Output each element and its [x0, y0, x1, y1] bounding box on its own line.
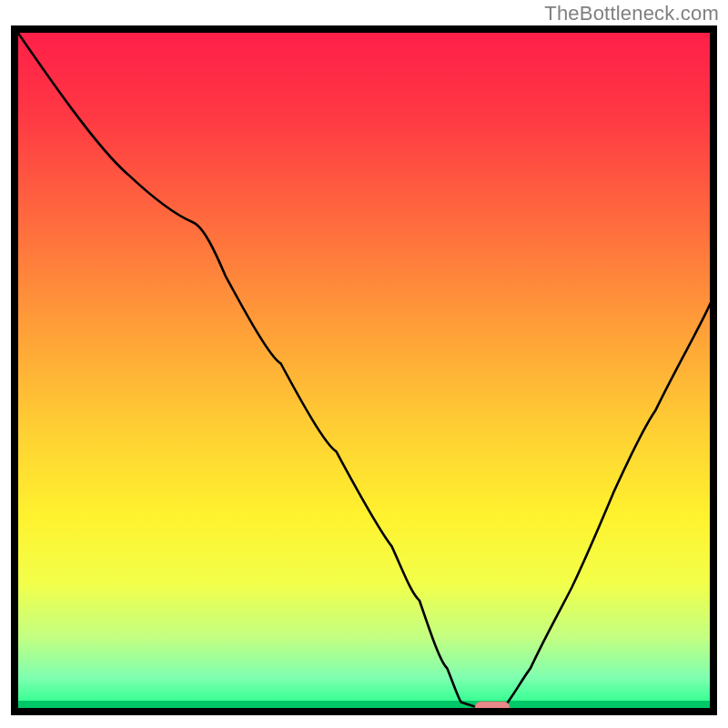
chart-container: TheBottleneck.com [0, 0, 728, 728]
watermark-text: TheBottleneck.com [544, 2, 719, 25]
gradient-background [17, 32, 711, 704]
baseline-strip [17, 701, 711, 709]
bottleneck-chart [11, 25, 717, 715]
